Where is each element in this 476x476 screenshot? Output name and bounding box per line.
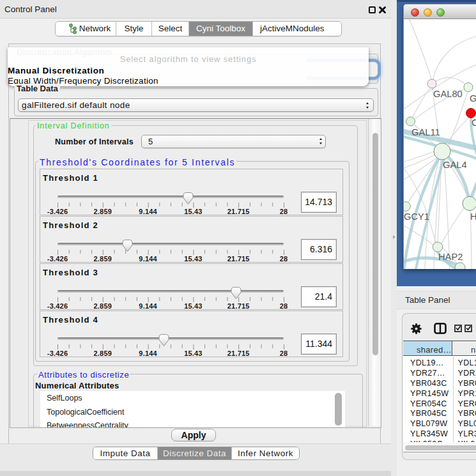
svg-text:CA: CA [472, 118, 476, 128]
svg-text:GCY1: GCY1 [404, 211, 429, 222]
svg-text:GAL80: GAL80 [433, 89, 463, 99]
svg-text:HAP2: HAP2 [438, 252, 463, 262]
svg-text:GAL4: GAL4 [443, 160, 467, 170]
svg-text:GAL11: GAL11 [411, 127, 440, 137]
svg-text:HA: HA [470, 211, 476, 222]
svg-text:GA: GA [470, 93, 476, 104]
